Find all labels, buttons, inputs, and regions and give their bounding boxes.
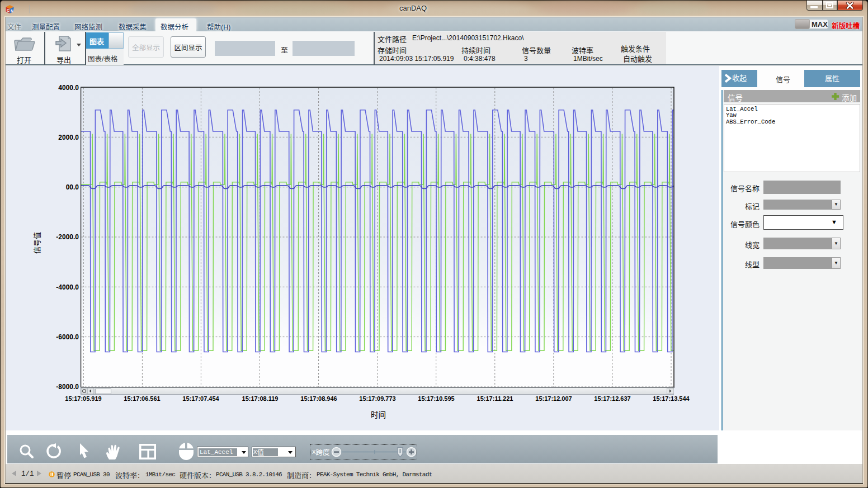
svg-text:C: C <box>7 8 10 12</box>
svg-text:N: N <box>11 9 13 13</box>
